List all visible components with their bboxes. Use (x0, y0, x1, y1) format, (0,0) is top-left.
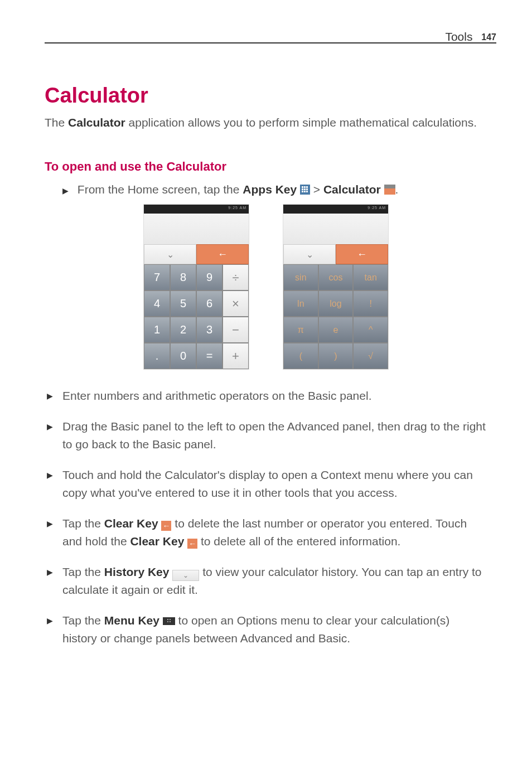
apps-key-icon (300, 185, 310, 195)
calculator-display (283, 214, 388, 244)
bullet-bold-menu: Menu Key (104, 614, 159, 627)
bullet-arrow-icon: ▶ (62, 186, 69, 195)
subheading: To open and use the Calculator (45, 159, 226, 174)
history-key-icon: ⌄ (172, 570, 199, 581)
basic-panel-screenshot: 9:25 AM ⌄ ← 7 8 9 ÷ 4 5 6 × 1 2 3 − . 0 … (143, 204, 249, 370)
key-minus[interactable]: − (223, 317, 249, 343)
key-tan[interactable]: tan (353, 264, 388, 290)
key-dot[interactable]: . (144, 343, 170, 369)
section-name: Tools (445, 30, 472, 43)
key-multiply[interactable]: × (223, 290, 249, 317)
bullet-text-1: Tap the (62, 614, 104, 627)
status-bar: 9:25 AM (144, 205, 249, 214)
calculator-icon (384, 185, 395, 195)
key-8[interactable]: 8 (170, 264, 196, 290)
step-bold-calculator: Calculator (323, 183, 381, 196)
clear-key[interactable]: ← (336, 244, 388, 264)
key-4[interactable]: 4 (144, 290, 170, 317)
advanced-panel-screenshot: 9:25 AM ⌄ ← sin cos tan ln log ! π e ^ (… (283, 204, 389, 370)
top-row: ⌄ ← (144, 244, 249, 264)
bullet-drag-panel: ▶ Drag the Basic panel to the left to op… (62, 418, 487, 454)
key-e[interactable]: e (318, 317, 354, 343)
bullet-text-1: Tap the (62, 565, 104, 578)
key-2[interactable]: 2 (170, 317, 196, 343)
key-ln[interactable]: ln (283, 290, 318, 317)
menu-key-icon (163, 617, 175, 625)
clear-key-icon: ← (161, 521, 171, 531)
key-pi[interactable]: π (283, 317, 318, 343)
clear-key-icon: ← (187, 539, 197, 549)
intro-text-2: application allows you to perform simple… (125, 116, 477, 129)
key-1[interactable]: 1 (144, 317, 170, 343)
key-cos[interactable]: cos (318, 264, 354, 290)
key-rparen[interactable]: ) (318, 343, 354, 369)
key-power[interactable]: ^ (353, 317, 388, 343)
basic-keypad: 7 8 9 ÷ 4 5 6 × 1 2 3 − . 0 = + (144, 264, 249, 369)
intro-text-1: The (45, 116, 68, 129)
bullet-arrow-icon: ▶ (47, 390, 53, 403)
key-log[interactable]: log (318, 290, 354, 317)
bullet-menu-key: ▶ Tap the Menu Key to open an Options me… (62, 612, 487, 648)
bullet-arrow-icon: ▶ (47, 567, 53, 579)
page-header: Tools 147 (445, 30, 496, 43)
page-title: Calculator (45, 84, 148, 108)
bullet-clear-key: ▶ Tap the Clear Key ← to delete the last… (62, 515, 487, 551)
step-mid: > (310, 183, 323, 196)
bullet-bold-clear: Clear Key (104, 517, 158, 530)
top-row: ⌄ ← (283, 244, 388, 264)
key-plus[interactable]: + (223, 343, 249, 369)
key-9[interactable]: 9 (196, 264, 223, 290)
open-step: ▶ From the Home screen, tap the Apps Key… (62, 183, 487, 196)
bullet-history-key: ▶ Tap the History Key ⌄ to view your cal… (62, 563, 487, 599)
bullet-text: Enter numbers and arithmetic operators o… (62, 389, 371, 402)
step-bold-apps: Apps Key (243, 183, 297, 196)
key-sqrt[interactable]: √ (353, 343, 388, 369)
step-text-1: From the Home screen, tap the (78, 183, 243, 196)
bullet-bold-history: History Key (104, 565, 170, 578)
bullet-basic-panel: ▶ Enter numbers and arithmetic operators… (62, 387, 487, 405)
bullet-text: Drag the Basic panel to the left to open… (62, 420, 486, 451)
status-bar: 9:25 AM (283, 205, 388, 214)
page-number: 147 (481, 32, 496, 42)
intro-paragraph: The Calculator application allows you to… (45, 114, 487, 132)
calculator-display (144, 214, 249, 244)
bullet-arrow-icon: ▶ (47, 469, 53, 482)
bullet-text-3: to delete all of the entered information… (197, 535, 400, 548)
key-0[interactable]: 0 (170, 343, 196, 369)
header-rule (45, 42, 496, 43)
bullet-context-menu: ▶ Touch and hold the Calculator's displa… (62, 466, 487, 502)
key-6[interactable]: 6 (196, 290, 223, 317)
advanced-keypad: sin cos tan ln log ! π e ^ ( ) √ (283, 264, 388, 369)
key-divide[interactable]: ÷ (223, 264, 249, 290)
intro-bold-calculator: Calculator (68, 116, 125, 129)
key-lparen[interactable]: ( (283, 343, 318, 369)
key-sin[interactable]: sin (283, 264, 318, 290)
screenshots-row: 9:25 AM ⌄ ← 7 8 9 ÷ 4 5 6 × 1 2 3 − . 0 … (0, 204, 532, 370)
bullets-list: ▶ Enter numbers and arithmetic operators… (62, 387, 487, 660)
bullet-text-1: Tap the (62, 517, 104, 530)
key-7[interactable]: 7 (144, 264, 170, 290)
bullet-arrow-icon: ▶ (47, 518, 53, 530)
key-equals[interactable]: = (196, 343, 223, 369)
key-5[interactable]: 5 (170, 290, 196, 317)
bullet-bold-clear-2: Clear Key (130, 535, 184, 548)
bullet-arrow-icon: ▶ (47, 615, 53, 627)
step-end: . (395, 183, 399, 196)
history-key[interactable]: ⌄ (144, 244, 196, 264)
bullet-arrow-icon: ▶ (47, 421, 53, 433)
key-3[interactable]: 3 (196, 317, 223, 343)
history-key[interactable]: ⌄ (283, 244, 336, 264)
key-factorial[interactable]: ! (353, 290, 388, 317)
bullet-text: Touch and hold the Calculator's display … (62, 468, 473, 500)
clear-key[interactable]: ← (196, 244, 249, 264)
